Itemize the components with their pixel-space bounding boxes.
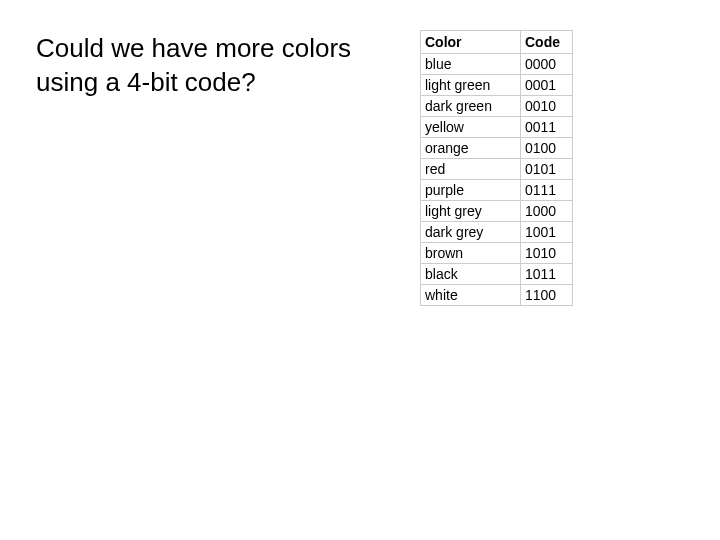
cell-code: 0011 [521, 117, 573, 138]
cell-code: 1010 [521, 243, 573, 264]
cell-color: light green [421, 75, 521, 96]
cell-color: black [421, 264, 521, 285]
cell-color: red [421, 159, 521, 180]
cell-code: 1000 [521, 201, 573, 222]
table-row: yellow 0011 [421, 117, 573, 138]
cell-code: 0111 [521, 180, 573, 201]
table-row: dark grey 1001 [421, 222, 573, 243]
table-row: orange 0100 [421, 138, 573, 159]
table-header-row: Color Code [421, 31, 573, 54]
cell-color: blue [421, 54, 521, 75]
table-row: purple 0111 [421, 180, 573, 201]
table-row: black 1011 [421, 264, 573, 285]
table-row: light grey 1000 [421, 201, 573, 222]
cell-color: orange [421, 138, 521, 159]
cell-code: 0101 [521, 159, 573, 180]
color-code-table: Color Code blue 0000 light green 0001 da… [420, 30, 573, 306]
cell-color: purple [421, 180, 521, 201]
table-row: white 1100 [421, 285, 573, 306]
table-row: brown 1010 [421, 243, 573, 264]
table-row: red 0101 [421, 159, 573, 180]
table-row: dark green 0010 [421, 96, 573, 117]
cell-color: dark green [421, 96, 521, 117]
cell-color: dark grey [421, 222, 521, 243]
cell-color: brown [421, 243, 521, 264]
cell-code: 0010 [521, 96, 573, 117]
cell-color: white [421, 285, 521, 306]
cell-code: 0000 [521, 54, 573, 75]
cell-code: 1100 [521, 285, 573, 306]
cell-color: yellow [421, 117, 521, 138]
cell-code: 0001 [521, 75, 573, 96]
table-row: blue 0000 [421, 54, 573, 75]
cell-code: 1001 [521, 222, 573, 243]
cell-code: 0100 [521, 138, 573, 159]
color-code-table-container: Color Code blue 0000 light green 0001 da… [420, 30, 573, 306]
table-row: light green 0001 [421, 75, 573, 96]
header-code: Code [521, 31, 573, 54]
header-color: Color [421, 31, 521, 54]
question-text: Could we have more colors using a 4-bit … [36, 32, 406, 100]
cell-code: 1011 [521, 264, 573, 285]
cell-color: light grey [421, 201, 521, 222]
